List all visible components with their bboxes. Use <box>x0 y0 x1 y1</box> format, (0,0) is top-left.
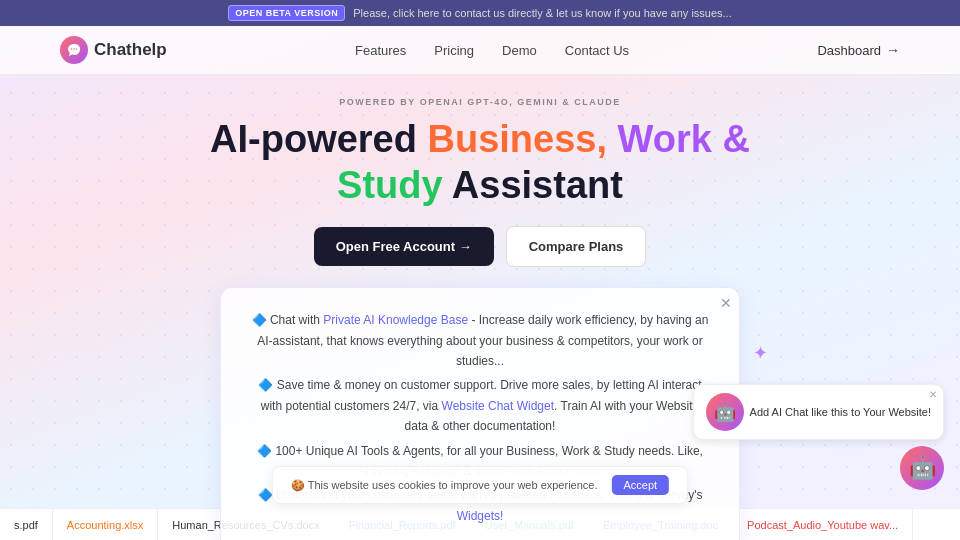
top-banner[interactable]: OPEN BETA VERSION Please, click here to … <box>0 0 960 26</box>
nav-demo[interactable]: Demo <box>502 43 537 58</box>
powered-by-text: POWERED BY OPENAI GPT-4O, GEMINI & CLAUD… <box>20 97 940 107</box>
beta-badge: OPEN BETA VERSION <box>228 5 345 21</box>
accept-cookies-button[interactable]: Accept <box>612 475 670 495</box>
logo-text: Chathelp <box>94 40 167 60</box>
title-prefix: AI-powered <box>210 118 427 160</box>
title-ampersand: & <box>722 118 749 160</box>
chat-bubble[interactable]: ✕ 🤖 Add AI Chat like this to Your Websit… <box>693 384 944 440</box>
title-suffix: Assistant <box>443 164 623 206</box>
title-work: Work <box>618 118 712 160</box>
open-account-button[interactable]: Open Free Account → <box>314 227 494 266</box>
cookie-bar: 🍪 This website uses cookies to improve y… <box>272 466 688 504</box>
chat-widget: ✕ 🤖 Add AI Chat like this to Your Websit… <box>693 384 944 490</box>
banner-message: Please, click here to contact us directl… <box>353 7 731 19</box>
close-icon[interactable]: ✕ <box>720 295 732 311</box>
chat-close-icon[interactable]: ✕ <box>929 389 937 400</box>
card-line-1: 🔷 Chat with Private AI Knowledge Base - … <box>251 310 709 371</box>
chat-bubble-text: Add AI Chat like this to Your Website! <box>750 406 931 418</box>
logo[interactable]: Chathelp <box>60 36 167 64</box>
chat-avatar-small: 🤖 <box>706 393 744 431</box>
compare-plans-button[interactable]: Compare Plans <box>506 226 647 267</box>
button-group: Open Free Account → Compare Plans <box>20 226 940 267</box>
nav-links: Features Pricing Demo Contact Us <box>355 41 629 59</box>
logo-icon <box>60 36 88 64</box>
dashboard-button[interactable]: Dashboard → <box>817 42 900 58</box>
nav-contact[interactable]: Contact Us <box>565 43 629 58</box>
navbar: Chathelp Features Pricing Demo Contact U… <box>0 26 960 75</box>
svg-point-0 <box>71 48 73 50</box>
title-business: Business, <box>428 118 618 160</box>
nav-pricing[interactable]: Pricing <box>434 43 474 58</box>
nav-features[interactable]: Features <box>355 43 406 58</box>
chat-avatar-large[interactable]: 🤖 <box>900 446 944 490</box>
card-line-2: 🔷 Save time & money on customer support.… <box>251 375 709 436</box>
dashboard-arrow-icon: → <box>886 42 900 58</box>
cookie-message: 🍪 This website uses cookies to improve y… <box>291 479 598 492</box>
svg-point-1 <box>73 48 75 50</box>
star-icon: ✦ <box>753 342 768 364</box>
title-study: Study <box>337 164 443 206</box>
hero-title: AI-powered Business, Work & Study Assist… <box>20 117 940 208</box>
svg-point-2 <box>76 48 78 50</box>
